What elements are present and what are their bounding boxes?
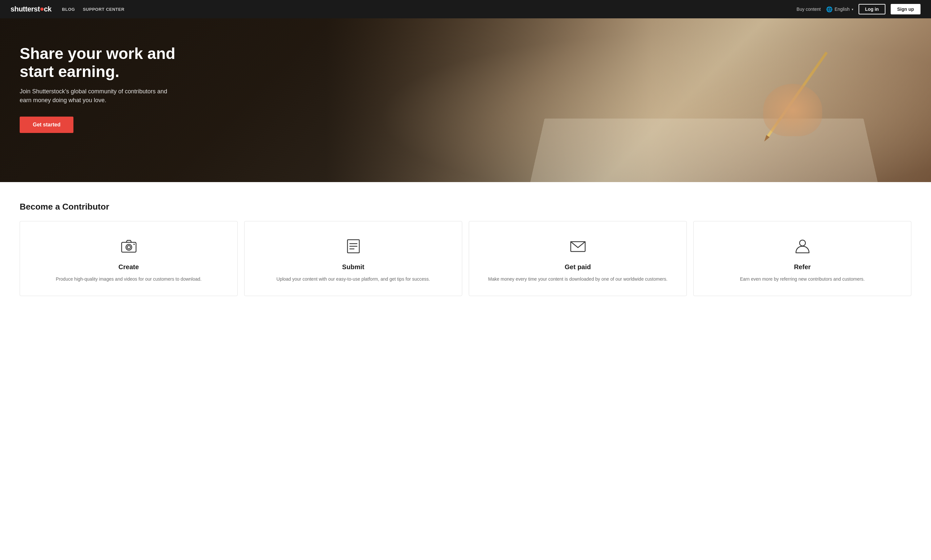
chevron-down-icon: ▾ (852, 8, 853, 11)
card-submit-desc: Upload your content with our easy-to-use… (276, 275, 430, 283)
nav-blog[interactable]: BLOG (62, 7, 75, 12)
card-refer: Refer Earn even more by referring new co… (693, 221, 911, 296)
hand-decoration (763, 84, 822, 136)
hero-content: Share your work and start earning. Join … (0, 18, 197, 159)
card-get-paid-title: Get paid (565, 263, 591, 271)
navbar-links: BLOG SUPPORT CENTER (62, 7, 124, 12)
card-get-paid: Get paid Make money every time your cont… (469, 221, 687, 296)
globe-icon: 🌐 (826, 6, 833, 12)
get-started-button[interactable]: Get started (20, 117, 73, 133)
cards-grid: Create Produce high-quality images and v… (20, 221, 911, 296)
card-submit: Submit Upload your content with our easy… (244, 221, 462, 296)
contributor-section-title: Become a Contributor (20, 202, 911, 212)
svg-point-1 (126, 244, 132, 250)
signup-button[interactable]: Sign up (891, 4, 920, 14)
hero-subtitle: Join Shutterstock’s global community of … (20, 87, 177, 105)
svg-point-2 (127, 246, 130, 249)
card-create-title: Create (118, 263, 139, 271)
document-icon (344, 237, 363, 257)
buy-content-link[interactable]: Buy content (797, 6, 821, 12)
hero-section: Share your work and start earning. Join … (0, 18, 931, 182)
hero-title: Share your work and start earning. (20, 45, 177, 80)
nav-support[interactable]: SUPPORT CENTER (83, 7, 125, 12)
card-create-desc: Produce high-quality images and videos f… (56, 275, 201, 283)
card-refer-desc: Earn even more by referring new contribu… (740, 275, 865, 283)
logo-dot (40, 8, 43, 11)
hero-image-overlay (326, 18, 931, 182)
card-submit-title: Submit (342, 263, 364, 271)
svg-point-9 (800, 240, 806, 246)
paper-decoration (530, 118, 878, 182)
camera-icon (120, 237, 138, 257)
logo[interactable]: shutterstck (11, 5, 51, 14)
card-refer-title: Refer (794, 263, 811, 271)
navbar: shutterstck BLOG SUPPORT CENTER Buy cont… (0, 0, 931, 18)
person-icon (793, 237, 812, 257)
logo-text: shutterstck (11, 5, 51, 14)
login-button[interactable]: Log in (858, 4, 885, 14)
svg-point-3 (133, 244, 135, 245)
contributor-section: Become a Contributor Create Produce high… (0, 182, 931, 322)
language-selector[interactable]: 🌐 English ▾ (826, 6, 853, 12)
navbar-right: Buy content 🌐 English ▾ Log in Sign up (797, 4, 920, 14)
card-create: Create Produce high-quality images and v… (20, 221, 238, 296)
envelope-icon (569, 237, 587, 257)
language-label: English (835, 6, 850, 12)
card-get-paid-desc: Make money every time your content is do… (488, 275, 667, 283)
